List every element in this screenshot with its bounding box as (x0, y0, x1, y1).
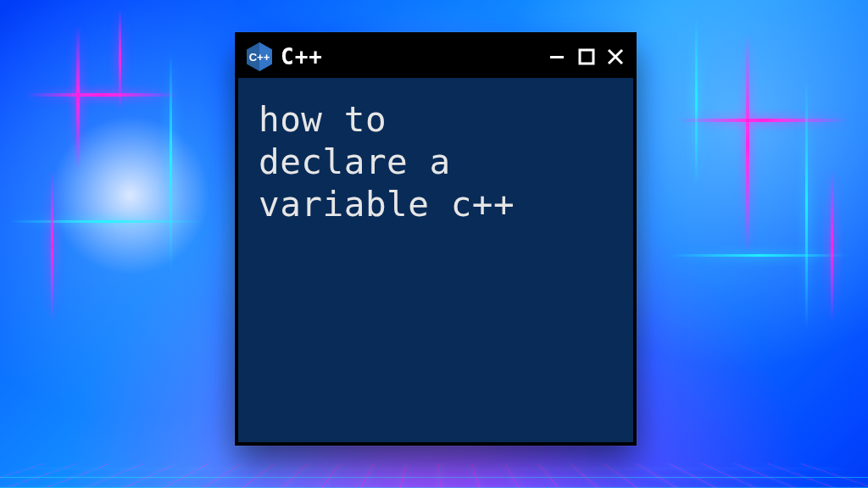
maximize-icon (577, 47, 596, 66)
svg-text:C++: C++ (249, 51, 270, 64)
neon-line (746, 34, 749, 254)
neon-line (831, 169, 833, 322)
cyan-line (670, 254, 848, 257)
cyan-line (8, 220, 203, 223)
terminal-window: C++ C++ (235, 32, 637, 446)
close-icon (606, 47, 625, 66)
close-button[interactable] (606, 47, 625, 66)
cyan-line (170, 51, 172, 271)
window-titlebar[interactable]: C++ C++ (238, 36, 633, 78)
neon-line (678, 119, 848, 122)
floor-grid (0, 463, 868, 488)
window-title: C++ (281, 44, 323, 69)
cyan-line (805, 76, 808, 330)
neon-line (25, 93, 178, 97)
minimize-button[interactable] (548, 47, 567, 66)
maximize-button[interactable] (577, 47, 596, 66)
neon-line (51, 169, 53, 322)
neon-line (76, 25, 80, 169)
terminal-content: how to declare a variable c++ (238, 78, 633, 442)
svg-rect-3 (550, 56, 564, 58)
cpp-logo-icon: C++ (247, 42, 272, 71)
scene-background: C++ C++ (0, 0, 868, 488)
window-controls (548, 47, 625, 66)
minimize-icon (548, 47, 567, 66)
cyan-line (695, 17, 698, 186)
svg-rect-4 (580, 50, 593, 64)
